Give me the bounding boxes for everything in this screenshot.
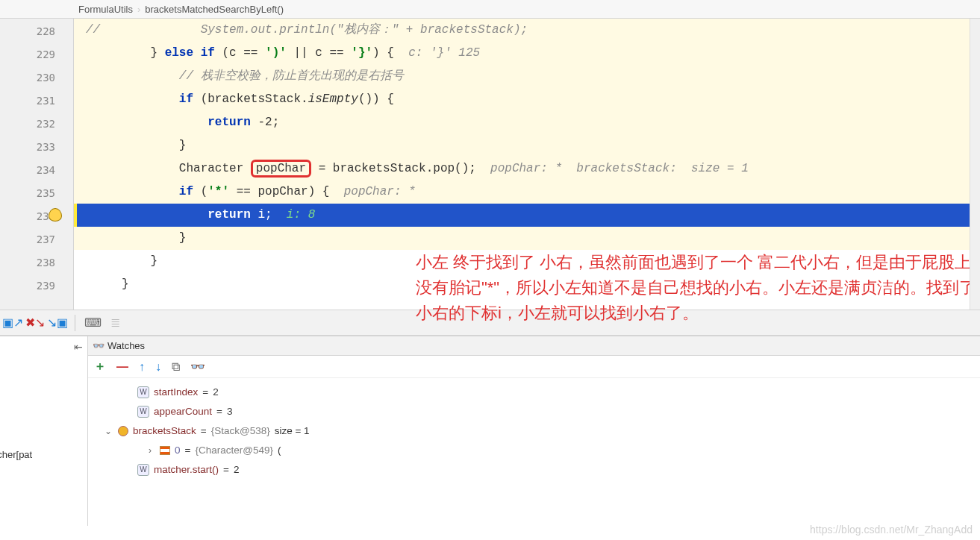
remove-watch-icon[interactable]: ✖↘ xyxy=(27,315,43,331)
watches-panel: 👓 Watches ＋ — ↑ ↓ ⧉ 👓 W startIndex = 2 W… xyxy=(88,336,980,526)
watch-badge-icon: W xyxy=(137,464,149,476)
chevron-right-icon[interactable]: › xyxy=(145,441,155,460)
code-body[interactable]: // System.out.println("栈内容：" + bracketsS… xyxy=(74,19,980,310)
copy-icon[interactable]: ⧉ xyxy=(172,360,180,374)
stepping-icon[interactable]: ≣ xyxy=(107,315,123,331)
highlighted-variable: popChar xyxy=(251,160,311,178)
watermark: https://blog.csdn.net/Mr_ZhangAdd xyxy=(810,524,973,536)
watch-badge-icon: W xyxy=(137,386,149,398)
chevron-down-icon[interactable]: ⌄ xyxy=(103,421,113,441)
watches-title: Watches xyxy=(107,340,145,351)
object-icon xyxy=(118,426,128,436)
add-watch-icon[interactable]: ↘▣ xyxy=(49,315,66,331)
watches-header: 👓 Watches xyxy=(88,336,980,356)
arrow-down-icon[interactable]: ↓ xyxy=(155,360,161,374)
evaluate-icon[interactable]: ▣↗ xyxy=(4,315,21,331)
breadcrumb-method[interactable]: bracketsMatchedSearchByLeft() xyxy=(145,4,284,15)
breadcrumb-class[interactable]: FormulaUtils xyxy=(78,4,133,15)
watches-tree[interactable]: W startIndex = 2 W appearCount = 3 ⌄ bra… xyxy=(88,378,980,480)
arrow-up-icon[interactable]: ↑ xyxy=(139,360,145,374)
debug-panel: ⇤ gex.Matcher[pat 👓 Watches ＋ — ↑ ↓ ⧉ 👓 … xyxy=(0,336,980,526)
watch-badge-icon: W xyxy=(137,406,149,418)
calculator-icon[interactable]: ⌨ xyxy=(84,315,101,331)
watch-item[interactable]: W startIndex = 2 xyxy=(103,383,980,402)
code-editor[interactable]: 228229230 231232233 234235 236 237238239… xyxy=(0,19,980,310)
watch-item-expandable[interactable]: ⌄ bracketsStack = {Stack@538} size = 1 xyxy=(103,421,980,441)
debug-toolbar: ▣↗ ✖↘ ↘▣ ⌨ ≣ xyxy=(0,310,980,336)
watch-item[interactable]: W appearCount = 3 xyxy=(103,402,980,421)
array-element-icon xyxy=(160,446,170,455)
watch-item[interactable]: W matcher.start() = 2 xyxy=(103,460,980,480)
add-icon[interactable]: ＋ xyxy=(94,359,106,374)
glasses-small-icon[interactable]: 👓 xyxy=(190,360,205,374)
restore-layout-icon[interactable]: ⇤ xyxy=(74,341,83,353)
frames-panel[interactable]: ⇤ gex.Matcher[pat xyxy=(0,336,88,526)
line-gutter: 228229230 231232233 234235 236 237238239 xyxy=(0,19,74,310)
watch-child-item[interactable]: › 0 = {Character@549} ( xyxy=(103,441,980,460)
breadcrumb: FormulaUtils › bracketsMatchedSearchByLe… xyxy=(0,0,980,19)
editor-scrollbar[interactable] xyxy=(970,19,980,310)
remove-icon[interactable]: — xyxy=(116,360,128,374)
watches-icon: 👓 xyxy=(93,340,104,352)
lightbulb-icon[interactable] xyxy=(49,208,62,222)
execution-line[interactable]: return i; i: 8 xyxy=(74,204,980,227)
chevron-right-icon: › xyxy=(137,4,140,15)
frame-entry[interactable]: gex.Matcher[pat xyxy=(0,449,32,460)
watches-toolbar: ＋ — ↑ ↓ ⧉ 👓 xyxy=(88,356,980,378)
